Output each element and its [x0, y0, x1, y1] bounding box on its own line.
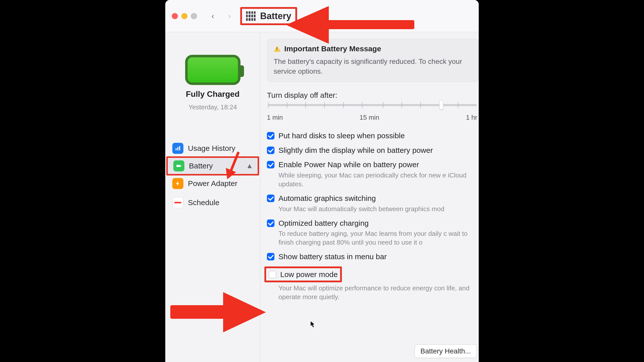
sidebar: Fully Charged Yesterday, 18:24 Usage His… [165, 32, 260, 362]
option-description: To reduce battery aging, your Mac learns… [278, 229, 479, 247]
content-footer: Battery Health... [415, 344, 477, 358]
sidebar-item-battery[interactable]: Battery ▲ [166, 156, 259, 175]
warning-triangle-icon: ▲ [246, 162, 253, 170]
battery-hero: Fully Charged Yesterday, 18:24 [165, 40, 260, 121]
svg-rect-0 [176, 148, 177, 150]
close-window-button[interactable] [172, 13, 178, 19]
back-button[interactable]: ‹ [207, 10, 219, 22]
chevron-right-icon: › [228, 11, 231, 21]
show-all-prefs-icon [246, 11, 256, 21]
display-off-slider[interactable]: 1 min 15 min 1 hr [267, 104, 479, 121]
slider-thumb[interactable] [439, 101, 443, 110]
zoom-window-button[interactable] [191, 13, 197, 19]
opt-power-nap[interactable]: Enable Power Nap while on battery power [267, 160, 479, 169]
battery-message-banner: Important Battery Message The battery's … [267, 39, 479, 82]
battery-options: Put hard disks to sleep when possible Sl… [267, 131, 479, 301]
option-label: Enable Power Nap while on battery power [278, 160, 419, 169]
sidebar-item-label: Power Adapter [188, 179, 237, 188]
option-label: Show battery status in menu bar [278, 252, 387, 261]
checkbox[interactable] [267, 219, 274, 227]
window-title: Battery [260, 11, 291, 21]
svg-rect-1 [177, 147, 178, 150]
battery-icon [185, 55, 240, 85]
opt-menu-bar-status[interactable]: Show battery status in menu bar [267, 252, 479, 261]
banner-title: Important Battery Message [284, 44, 381, 53]
option-description: While sleeping, your Mac can periodicall… [278, 171, 479, 189]
display-off-label: Turn display off after: [267, 91, 479, 100]
window-traffic-lights [172, 13, 197, 19]
option-label: Slightly dim the display while on batter… [278, 146, 433, 155]
bolt-icon [172, 178, 183, 189]
banner-body: The battery's capacity is significantly … [274, 57, 472, 76]
opt-low-power-mode[interactable]: Low power mode [264, 266, 342, 283]
checkbox[interactable] [267, 195, 274, 202]
svg-rect-3 [176, 165, 180, 167]
sidebar-item-power-adapter[interactable]: Power Adapter [165, 174, 260, 193]
sidebar-item-label: Battery [189, 162, 213, 170]
content-pane: Important Battery Message The battery's … [260, 32, 479, 362]
chevron-left-icon: ‹ [212, 11, 214, 21]
slider-tick-label: 15 min [359, 114, 379, 121]
sidebar-item-label: Schedule [188, 198, 219, 207]
opt-dim-display[interactable]: Slightly dim the display while on batter… [267, 146, 479, 155]
option-description: Your Mac will automatically switch betwe… [278, 205, 479, 213]
toolbar-title-group[interactable]: Battery [240, 7, 297, 25]
option-description: Your Mac will optimize performance to re… [278, 284, 479, 301]
checkbox[interactable] [267, 147, 274, 154]
sidebar-item-label: Usage History [188, 144, 235, 153]
slider-tick-labels: 1 min 15 min 1 hr [267, 114, 477, 121]
sidebar-list: Usage History Battery ▲ Power Adapter [165, 139, 260, 212]
option-label: Put hard disks to sleep when possible [278, 131, 405, 141]
checkbox[interactable] [267, 132, 274, 140]
opt-hard-disks-sleep[interactable]: Put hard disks to sleep when possible [267, 131, 479, 141]
charge-substatus: Yesterday, 18:24 [188, 103, 237, 111]
svg-rect-2 [179, 146, 180, 150]
mouse-cursor-icon [310, 321, 316, 328]
checkbox[interactable] [267, 253, 274, 260]
minimize-window-button[interactable] [181, 13, 187, 19]
checkbox[interactable] [269, 271, 276, 278]
option-label: Automatic graphics switching [278, 194, 376, 203]
battery-health-button[interactable]: Battery Health... [415, 344, 477, 358]
slider-tick-label: 1 min [267, 114, 283, 121]
battery-small-icon [173, 160, 184, 171]
battery-preferences-window: ‹ › Battery Fully Charged [165, 0, 479, 362]
forward-button[interactable]: › [224, 10, 235, 22]
option-label: Low power mode [280, 270, 338, 279]
chart-bar-icon [172, 143, 183, 154]
option-label: Optimized battery charging [278, 218, 369, 228]
checkbox[interactable] [267, 161, 274, 168]
window-toolbar: ‹ › Battery [165, 0, 479, 32]
opt-auto-graphics[interactable]: Automatic graphics switching [267, 194, 479, 203]
sidebar-item-usage-history[interactable]: Usage History [165, 139, 260, 158]
charge-status: Fully Charged [186, 89, 239, 99]
calendar-icon [172, 197, 183, 208]
slider-tick-label: 1 hr [466, 114, 477, 121]
warning-triangle-icon [274, 46, 281, 52]
sidebar-item-schedule[interactable]: Schedule [165, 193, 260, 212]
opt-optimized-charging[interactable]: Optimized battery charging [267, 218, 479, 228]
svg-rect-4 [181, 165, 181, 166]
